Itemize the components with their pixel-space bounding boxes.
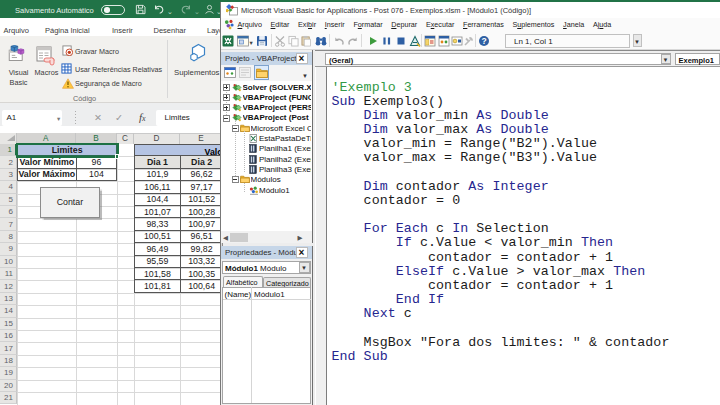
svg-text:?: ? (481, 36, 486, 46)
